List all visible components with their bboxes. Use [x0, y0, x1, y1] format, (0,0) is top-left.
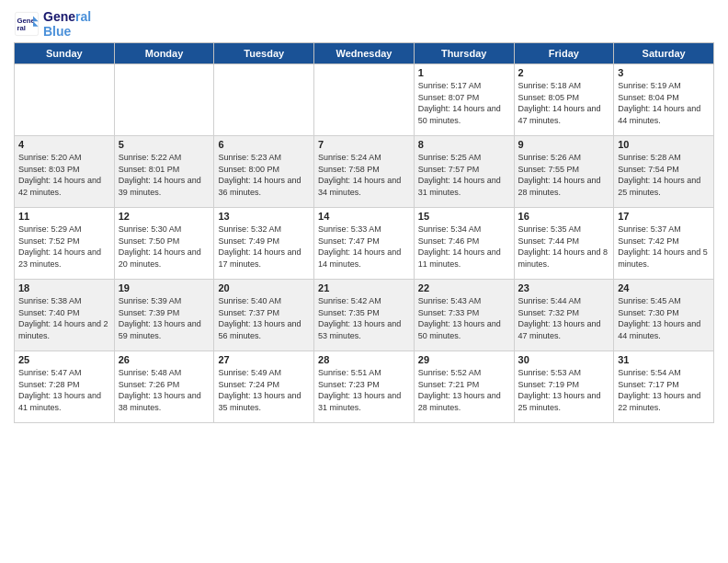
logo-text: General Blue: [43, 9, 91, 39]
calendar-cell: 4Sunrise: 5:20 AM Sunset: 8:03 PM Daylig…: [15, 136, 115, 208]
logo-icon: Gene ral: [14, 11, 40, 37]
svg-text:Gene: Gene: [17, 17, 36, 25]
day-number: 22: [418, 282, 510, 293]
day-info: Sunrise: 5:42 AM Sunset: 7:35 PM Dayligh…: [318, 295, 410, 341]
day-number: 10: [618, 139, 710, 150]
calendar-week-row: 4Sunrise: 5:20 AM Sunset: 8:03 PM Daylig…: [15, 136, 714, 208]
day-info: Sunrise: 5:34 AM Sunset: 7:46 PM Dayligh…: [418, 224, 510, 270]
calendar-cell: [314, 64, 415, 136]
header: Gene ral General Blue: [14, 9, 714, 39]
day-number: 27: [218, 354, 310, 365]
calendar-cell: 28Sunrise: 5:51 AM Sunset: 7:23 PM Dayli…: [314, 351, 415, 423]
calendar-cell: [15, 64, 115, 136]
day-number: 28: [318, 354, 410, 365]
calendar-week-row: 1Sunrise: 5:17 AM Sunset: 8:07 PM Daylig…: [15, 64, 714, 136]
day-number: 16: [518, 211, 610, 222]
day-info: Sunrise: 5:45 AM Sunset: 7:30 PM Dayligh…: [618, 295, 710, 341]
day-info: Sunrise: 5:24 AM Sunset: 7:58 PM Dayligh…: [318, 152, 410, 198]
day-number: 8: [418, 139, 510, 150]
calendar-cell: 31Sunrise: 5:54 AM Sunset: 7:17 PM Dayli…: [614, 351, 714, 423]
calendar-week-row: 11Sunrise: 5:29 AM Sunset: 7:52 PM Dayli…: [15, 208, 714, 280]
day-number: 30: [518, 354, 610, 365]
calendar-week-row: 18Sunrise: 5:38 AM Sunset: 7:40 PM Dayli…: [15, 280, 714, 351]
calendar-cell: 23Sunrise: 5:44 AM Sunset: 7:32 PM Dayli…: [514, 280, 614, 351]
day-of-week-header: Wednesday: [314, 43, 415, 64]
day-number: 2: [518, 67, 610, 78]
calendar-cell: 8Sunrise: 5:25 AM Sunset: 7:57 PM Daylig…: [414, 136, 514, 208]
calendar-cell: 1Sunrise: 5:17 AM Sunset: 8:07 PM Daylig…: [414, 64, 514, 136]
day-number: 25: [18, 354, 110, 365]
calendar-cell: 30Sunrise: 5:53 AM Sunset: 7:19 PM Dayli…: [514, 351, 614, 423]
calendar-cell: 14Sunrise: 5:33 AM Sunset: 7:47 PM Dayli…: [314, 208, 415, 280]
calendar-cell: 17Sunrise: 5:37 AM Sunset: 7:42 PM Dayli…: [614, 208, 714, 280]
day-info: Sunrise: 5:35 AM Sunset: 7:44 PM Dayligh…: [518, 224, 610, 270]
day-number: 24: [618, 282, 710, 293]
calendar-cell: 18Sunrise: 5:38 AM Sunset: 7:40 PM Dayli…: [15, 280, 115, 351]
calendar-cell: 24Sunrise: 5:45 AM Sunset: 7:30 PM Dayli…: [614, 280, 714, 351]
day-of-week-header: Saturday: [614, 43, 714, 64]
day-of-week-header: Friday: [514, 43, 614, 64]
calendar-week-row: 25Sunrise: 5:47 AM Sunset: 7:28 PM Dayli…: [15, 351, 714, 423]
day-number: 21: [318, 282, 410, 293]
day-info: Sunrise: 5:52 AM Sunset: 7:21 PM Dayligh…: [418, 367, 510, 413]
day-number: 20: [218, 282, 310, 293]
day-of-week-header: Sunday: [15, 43, 115, 64]
day-info: Sunrise: 5:17 AM Sunset: 8:07 PM Dayligh…: [418, 80, 510, 126]
calendar-cell: 11Sunrise: 5:29 AM Sunset: 7:52 PM Dayli…: [15, 208, 115, 280]
day-number: 29: [418, 354, 510, 365]
calendar-cell: [214, 64, 314, 136]
calendar-cell: 10Sunrise: 5:28 AM Sunset: 7:54 PM Dayli…: [614, 136, 714, 208]
calendar-cell: 3Sunrise: 5:19 AM Sunset: 8:04 PM Daylig…: [614, 64, 714, 136]
day-info: Sunrise: 5:23 AM Sunset: 8:00 PM Dayligh…: [218, 152, 310, 198]
day-number: 12: [119, 211, 210, 222]
day-info: Sunrise: 5:38 AM Sunset: 7:40 PM Dayligh…: [18, 295, 110, 341]
day-number: 23: [518, 282, 610, 293]
day-info: Sunrise: 5:48 AM Sunset: 7:26 PM Dayligh…: [119, 367, 210, 413]
main-container: Gene ral General Blue SundayMondayTuesda…: [0, 0, 728, 432]
day-number: 3: [618, 67, 710, 78]
day-info: Sunrise: 5:40 AM Sunset: 7:37 PM Dayligh…: [218, 295, 310, 341]
calendar-cell: 26Sunrise: 5:48 AM Sunset: 7:26 PM Dayli…: [114, 351, 214, 423]
day-number: 26: [119, 354, 210, 365]
calendar-cell: 16Sunrise: 5:35 AM Sunset: 7:44 PM Dayli…: [514, 208, 614, 280]
day-info: Sunrise: 5:47 AM Sunset: 7:28 PM Dayligh…: [18, 367, 110, 413]
day-number: 7: [318, 139, 410, 150]
day-info: Sunrise: 5:37 AM Sunset: 7:42 PM Dayligh…: [618, 224, 710, 270]
calendar-cell: [114, 64, 214, 136]
calendar-cell: 5Sunrise: 5:22 AM Sunset: 8:01 PM Daylig…: [114, 136, 214, 208]
day-info: Sunrise: 5:18 AM Sunset: 8:05 PM Dayligh…: [518, 80, 610, 126]
day-number: 4: [18, 139, 110, 150]
day-info: Sunrise: 5:26 AM Sunset: 7:55 PM Dayligh…: [518, 152, 610, 198]
svg-text:ral: ral: [17, 24, 26, 32]
day-number: 15: [418, 211, 510, 222]
day-info: Sunrise: 5:32 AM Sunset: 7:49 PM Dayligh…: [218, 224, 310, 270]
day-number: 1: [418, 67, 510, 78]
day-number: 6: [218, 139, 310, 150]
calendar-cell: 20Sunrise: 5:40 AM Sunset: 7:37 PM Dayli…: [214, 280, 314, 351]
day-number: 31: [618, 354, 710, 365]
day-number: 18: [18, 282, 110, 293]
day-of-week-header: Monday: [114, 43, 214, 64]
day-number: 11: [18, 211, 110, 222]
calendar-cell: 2Sunrise: 5:18 AM Sunset: 8:05 PM Daylig…: [514, 64, 614, 136]
day-info: Sunrise: 5:51 AM Sunset: 7:23 PM Dayligh…: [318, 367, 410, 413]
calendar-cell: 7Sunrise: 5:24 AM Sunset: 7:58 PM Daylig…: [314, 136, 415, 208]
day-number: 13: [218, 211, 310, 222]
calendar-cell: 21Sunrise: 5:42 AM Sunset: 7:35 PM Dayli…: [314, 280, 415, 351]
day-info: Sunrise: 5:29 AM Sunset: 7:52 PM Dayligh…: [18, 224, 110, 270]
calendar-cell: 12Sunrise: 5:30 AM Sunset: 7:50 PM Dayli…: [114, 208, 214, 280]
day-info: Sunrise: 5:22 AM Sunset: 8:01 PM Dayligh…: [119, 152, 210, 198]
logo: Gene ral General Blue: [14, 9, 91, 39]
day-info: Sunrise: 5:20 AM Sunset: 8:03 PM Dayligh…: [18, 152, 110, 198]
day-number: 19: [119, 282, 210, 293]
day-number: 17: [618, 211, 710, 222]
calendar-cell: 6Sunrise: 5:23 AM Sunset: 8:00 PM Daylig…: [214, 136, 314, 208]
calendar-table: SundayMondayTuesdayWednesdayThursdayFrid…: [14, 42, 714, 423]
calendar-cell: 22Sunrise: 5:43 AM Sunset: 7:33 PM Dayli…: [414, 280, 514, 351]
day-number: 14: [318, 211, 410, 222]
calendar-cell: 9Sunrise: 5:26 AM Sunset: 7:55 PM Daylig…: [514, 136, 614, 208]
calendar-cell: 19Sunrise: 5:39 AM Sunset: 7:39 PM Dayli…: [114, 280, 214, 351]
day-info: Sunrise: 5:53 AM Sunset: 7:19 PM Dayligh…: [518, 367, 610, 413]
day-number: 9: [518, 139, 610, 150]
day-info: Sunrise: 5:19 AM Sunset: 8:04 PM Dayligh…: [618, 80, 710, 126]
